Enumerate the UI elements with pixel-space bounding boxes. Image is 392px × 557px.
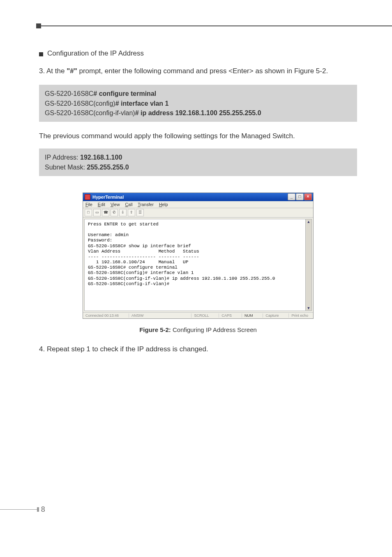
status-caps: CAPS (219, 313, 234, 318)
toolbar-hangup-icon[interactable]: ✆ (111, 209, 118, 216)
cmd1: # configure terminal (93, 90, 156, 97)
explain-paragraph: The previous command would apply the fol… (39, 131, 357, 142)
statusbar: Connected 00:13:46 ANSIW SCROLL CAPS NUM… (83, 312, 313, 318)
status-scroll: SCROLL (191, 313, 211, 318)
ip-value: 192.168.1.100 (80, 154, 122, 161)
status-num: NUM (242, 313, 256, 318)
mask-label: Subnet Mask: (45, 164, 87, 171)
toolbar-receive-icon[interactable]: ⇧ (128, 209, 135, 216)
bullet-icon (39, 52, 43, 56)
toolbar-call-icon[interactable]: ☎ (102, 209, 109, 216)
page-number: 8 (41, 505, 45, 514)
toolbar-send-icon[interactable]: ⇩ (119, 209, 127, 216)
footer-tick (37, 507, 39, 512)
maximize-button[interactable]: □ (296, 193, 304, 200)
menu-call[interactable]: Call (125, 202, 132, 207)
step-3-text-b: prompt, enter the following command and … (77, 67, 328, 75)
settings-box: IP Address: 192.168.1.100 Subnet Mask: 2… (39, 149, 357, 176)
status-printecho: Print echo (288, 313, 311, 318)
menu-help[interactable]: Help (159, 202, 168, 207)
step-4-num: 4. (39, 345, 45, 353)
app-icon (85, 194, 90, 200)
section-heading: Configuration of the IP Address (39, 49, 357, 58)
menu-edit[interactable]: Edit (98, 202, 105, 207)
status-capture: Capture (263, 313, 281, 318)
scrollbar[interactable]: ▲ ▼ (306, 219, 312, 311)
cmd2-host: GS-5220-16S8C(config) (45, 100, 115, 107)
close-button[interactable]: × (304, 193, 312, 200)
menu-view[interactable]: View (111, 202, 120, 207)
ip-label: IP Address: (45, 154, 80, 161)
status-termtype: ANSIW (129, 313, 146, 318)
titlebar[interactable]: HyperTerminal _ □ × (83, 193, 313, 201)
menubar: File Edit View Call Transfer Help (83, 201, 313, 208)
header-rule (39, 26, 392, 26)
mask-value: 255.255.255.0 (87, 164, 129, 171)
cmd2: # interface vlan 1 (115, 100, 169, 107)
fig-label: Figure 5-2: (139, 326, 171, 333)
step-3-prompt: "#" (67, 67, 77, 75)
cmd1-host: GS-5220-16S8C (45, 90, 93, 97)
menu-transfer[interactable]: Transfer (138, 202, 154, 207)
hyperterminal-window: HyperTerminal _ □ × File Edit View Call … (83, 193, 314, 319)
cmd3-host: GS-5220-16S8C(config-if-vlan) (45, 109, 135, 116)
footer-rule (0, 509, 38, 510)
step-3: 3. At the "#" prompt, enter the followin… (39, 66, 357, 77)
fig-text: Configuring IP Address Screen (171, 326, 257, 333)
figure-caption: Figure 5-2: Configuring IP Address Scree… (39, 326, 357, 333)
scroll-up-icon[interactable]: ▲ (306, 219, 311, 224)
step-3-text-a: At the (46, 67, 67, 75)
terminal-output[interactable]: Press ENTER to get started Username: adm… (84, 219, 306, 311)
command-box: GS-5220-16S8C# configure terminal GS-522… (39, 85, 357, 122)
scroll-down-icon[interactable]: ▼ (306, 306, 311, 311)
toolbar-open-icon[interactable]: ▭ (93, 209, 101, 216)
minimize-button[interactable]: _ (288, 193, 295, 200)
toolbar-new-icon[interactable]: □ (85, 209, 92, 216)
window-title: HyperTerminal (92, 195, 124, 200)
cmd3: # ip address 192.168.1.100 255.255.255.0 (135, 109, 261, 116)
toolbar-props-icon[interactable]: ☰ (136, 209, 144, 216)
toolbar: □ ▭ ☎ ✆ ⇩ ⇧ ☰ (83, 208, 313, 218)
menu-file[interactable]: File (85, 202, 92, 207)
step-3-num: 3. (39, 67, 45, 75)
heading-text: Configuration of the IP Address (47, 49, 144, 58)
status-connected: Connected 00:13:46 (85, 313, 121, 318)
step-4: 4. Repeat step 1 to check if the IP addr… (39, 344, 357, 355)
step-4-text: Repeat step 1 to check if the IP address… (45, 345, 208, 353)
